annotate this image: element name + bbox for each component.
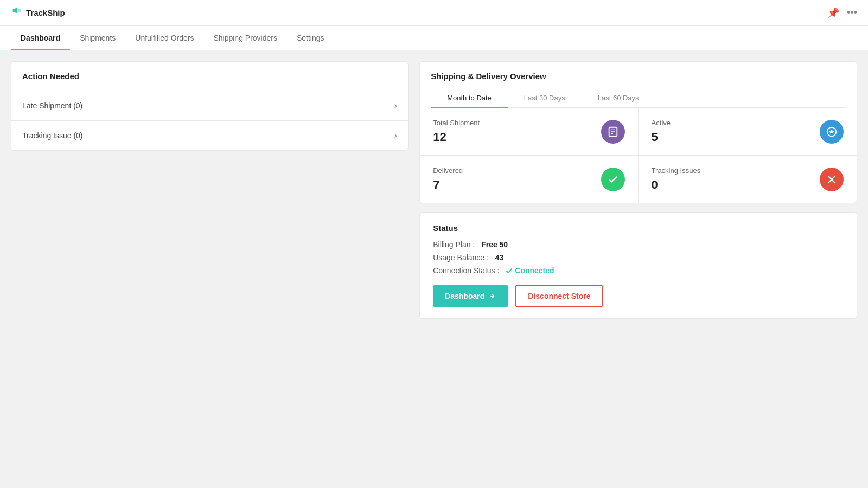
connection-status-value: Connected (506, 266, 554, 275)
tracking-issue-row[interactable]: Tracking Issue (0) › (11, 120, 408, 150)
stat-total-shipment: Total Shipment 12 (420, 108, 638, 156)
active-value: 5 (652, 130, 671, 144)
nav-unfulfilled-orders[interactable]: Unfulfilled Orders (125, 26, 203, 50)
total-shipment-icon (601, 120, 625, 144)
status-title: Status (433, 223, 844, 233)
dashboard-button[interactable]: Dashboard (433, 285, 508, 307)
connection-status-label: Connection Status : (433, 266, 499, 275)
tracking-issue-label: Tracking Issue (0) (22, 131, 83, 140)
status-actions: Dashboard Disconnect Store (433, 285, 844, 307)
app-name: TrackShip (26, 8, 65, 17)
check-icon (506, 267, 513, 274)
main-content: Action Needed Late Shipment (0) › Tracki… (0, 50, 868, 330)
tracking-issue-chevron: › (394, 131, 397, 140)
stat-delivered: Delivered 7 (420, 156, 638, 203)
usage-balance-label: Usage Balance : (433, 253, 489, 262)
delivered-value: 7 (433, 178, 463, 192)
stat-active: Active 5 (639, 108, 857, 156)
dashboard-arrow-icon (489, 292, 496, 300)
usage-balance-value: 43 (495, 253, 504, 262)
billing-plan-label: Billing Plan : (433, 240, 475, 249)
connection-status-row: Connection Status : Connected (433, 266, 844, 275)
pin-icon[interactable]: 📌 (827, 7, 839, 19)
status-card: Status Billing Plan : Free 50 Usage Bala… (419, 212, 857, 319)
tracking-issues-icon (820, 168, 844, 191)
stat-tracking-issues: Tracking Issues 0 (639, 156, 857, 203)
stats-grid: Total Shipment 12 Active 5 (420, 108, 857, 203)
more-icon[interactable]: ••• (847, 7, 857, 18)
billing-plan-value: Free 50 (481, 240, 508, 249)
tracking-issues-label: Tracking Issues (652, 166, 701, 175)
tab-month-to-date[interactable]: Month to Date (431, 88, 508, 107)
late-shipment-label: Late Shipment (0) (22, 101, 82, 110)
nav-shipments[interactable]: Shipments (70, 26, 125, 50)
nav-dashboard[interactable]: Dashboard (11, 26, 70, 50)
nav-shipping-providers[interactable]: Shipping Providers (203, 26, 287, 50)
nav-settings[interactable]: Settings (287, 26, 334, 50)
active-label: Active (652, 119, 671, 127)
right-panel: Shipping & Delivery Overview Month to Da… (419, 61, 857, 319)
logo-icon (11, 7, 23, 19)
late-shipment-row[interactable]: Late Shipment (0) › (11, 91, 408, 120)
late-shipment-chevron: › (394, 101, 397, 111)
delivered-icon (601, 168, 625, 191)
overview-title: Shipping & Delivery Overview (431, 72, 846, 81)
billing-plan-row: Billing Plan : Free 50 (433, 240, 844, 249)
total-shipment-label: Total Shipment (433, 119, 480, 127)
tracking-issues-value: 0 (652, 178, 701, 192)
tab-last-30-days[interactable]: Last 30 Days (508, 88, 582, 107)
action-needed-title: Action Needed (11, 62, 408, 91)
tab-last-60-days[interactable]: Last 60 Days (582, 88, 655, 107)
total-shipment-value: 12 (433, 130, 480, 144)
usage-balance-row: Usage Balance : 43 (433, 253, 844, 262)
topbar-actions: 📌 ••• (827, 7, 857, 19)
svg-point-5 (831, 131, 833, 133)
overview-header: Shipping & Delivery Overview Month to Da… (420, 62, 857, 108)
overview-tabs: Month to Date Last 30 Days Last 60 Days (431, 88, 846, 108)
delivered-label: Delivered (433, 166, 463, 175)
action-needed-panel: Action Needed Late Shipment (0) › Tracki… (11, 61, 409, 151)
overview-card: Shipping & Delivery Overview Month to Da… (419, 61, 857, 203)
logo: TrackShip (11, 7, 65, 19)
disconnect-store-button[interactable]: Disconnect Store (515, 285, 603, 307)
active-icon (820, 120, 844, 144)
topbar: TrackShip 📌 ••• (0, 0, 868, 26)
main-nav: Dashboard Shipments Unfulfilled Orders S… (0, 26, 868, 50)
